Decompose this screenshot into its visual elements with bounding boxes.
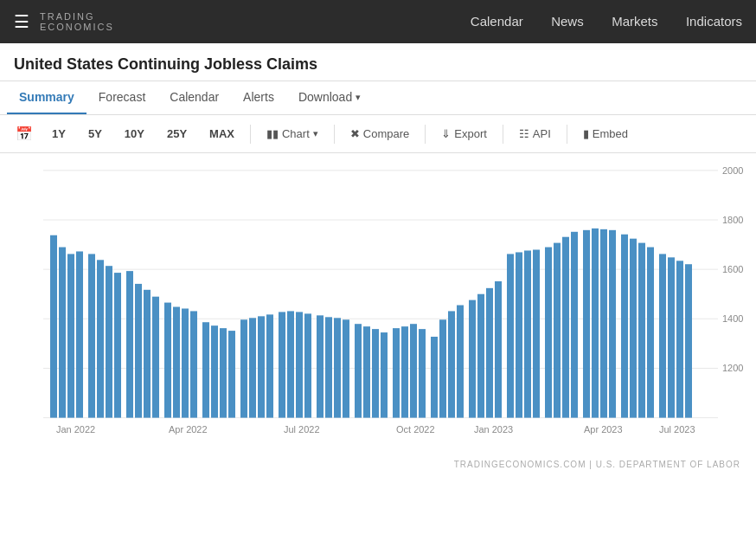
- period-1y[interactable]: 1Y: [43, 124, 74, 144]
- period-25y[interactable]: 25Y: [158, 124, 195, 144]
- bar: [76, 251, 83, 417]
- bar: [495, 281, 502, 418]
- bar: [545, 248, 552, 418]
- bar: [600, 229, 607, 418]
- bar: [114, 273, 121, 417]
- chart-controls: 📅 1Y 5Y 10Y 25Y MAX ▮▮ Chart ▾ ✖ Compare…: [0, 115, 756, 153]
- page-title-bar: United States Continuing Jobless Claims: [0, 43, 756, 81]
- embed-button[interactable]: ▮ Embed: [574, 124, 637, 144]
- bar: [343, 319, 349, 417]
- nav-markets[interactable]: Markets: [612, 14, 657, 29]
- bar: [507, 254, 514, 417]
- bar: [135, 284, 142, 418]
- x-label-apr2022: Apr 2022: [169, 424, 208, 435]
- bar: [609, 230, 616, 418]
- y-label-1600: 1600: [722, 264, 743, 274]
- bar: [334, 318, 341, 417]
- bar: [317, 315, 324, 417]
- bar: [562, 237, 569, 418]
- tab-summary[interactable]: Summary: [7, 81, 86, 114]
- bar: [372, 329, 379, 417]
- nav-indicators[interactable]: Indicators: [686, 14, 742, 29]
- bar: [659, 254, 666, 417]
- compare-icon: ✖: [350, 127, 360, 140]
- export-icon: ⇓: [441, 127, 451, 140]
- bar: [296, 312, 303, 417]
- bar: [325, 317, 332, 417]
- bar: [486, 288, 493, 418]
- separator4: [503, 125, 503, 144]
- bar-chart-icon: ▮▮: [266, 127, 279, 140]
- chart-label: Chart: [282, 127, 310, 140]
- header: ☰ TRADING ECONOMICS Calendar News Market…: [0, 0, 756, 43]
- bar: [190, 311, 197, 417]
- separator2: [334, 125, 335, 144]
- tab-alerts[interactable]: Alerts: [231, 81, 286, 114]
- chart-svg: .axis-label { font-size: 11px; fill: #88…: [9, 162, 747, 452]
- bar: [676, 261, 683, 417]
- chevron-down-icon: ▾: [356, 92, 361, 103]
- period-10y[interactable]: 10Y: [116, 124, 153, 144]
- bar: [630, 239, 637, 418]
- bar: [279, 312, 285, 417]
- bar: [144, 290, 151, 418]
- bar: [685, 264, 692, 417]
- y-label-2000: 2000: [722, 165, 743, 176]
- bar: [439, 319, 446, 417]
- bar: [516, 252, 522, 417]
- bar: [381, 332, 388, 418]
- bar: [668, 257, 675, 417]
- bar: [533, 249, 540, 417]
- tab-forecast[interactable]: Forecast: [86, 81, 157, 114]
- bar: [457, 306, 464, 418]
- api-button[interactable]: ☷ API: [510, 124, 560, 144]
- period-max[interactable]: MAX: [201, 124, 243, 144]
- chart-type-button[interactable]: ▮▮ Chart ▾: [258, 124, 327, 144]
- bar: [266, 314, 273, 417]
- bar: [524, 250, 531, 417]
- brand-logo[interactable]: TRADING ECONOMICS: [40, 11, 114, 32]
- hamburger-icon[interactable]: ☰: [14, 11, 29, 32]
- x-label-jul2022: Jul 2022: [284, 424, 320, 435]
- bar: [88, 254, 95, 417]
- tab-download[interactable]: Download ▾: [286, 81, 373, 114]
- bar: [401, 326, 408, 417]
- bar: [448, 311, 455, 417]
- x-label-oct2022: Oct 2022: [396, 424, 435, 435]
- compare-button[interactable]: ✖ Compare: [342, 124, 418, 144]
- brand-line2: ECONOMICS: [40, 22, 114, 32]
- x-label-apr2023: Apr 2023: [584, 424, 623, 435]
- bar: [621, 235, 628, 418]
- brand-line1: TRADING: [40, 11, 114, 22]
- embed-icon: ▮: [583, 127, 589, 140]
- nav-news[interactable]: News: [551, 14, 584, 29]
- export-button[interactable]: ⇓ Export: [432, 124, 496, 144]
- main-nav: Calendar News Markets Indicators: [446, 14, 742, 29]
- api-icon: ☷: [519, 127, 529, 140]
- period-5y[interactable]: 5Y: [80, 124, 111, 144]
- bar: [431, 337, 438, 418]
- y-label-1200: 1200: [722, 363, 743, 373]
- tabs-bar: Summary Forecast Calendar Alerts Downloa…: [0, 81, 756, 115]
- bar: [202, 322, 209, 417]
- bar: [419, 329, 426, 417]
- bar: [592, 229, 599, 418]
- bar: [571, 232, 578, 418]
- bar: [211, 325, 218, 417]
- compare-label: Compare: [363, 127, 409, 140]
- tab-download-label: Download: [298, 90, 352, 104]
- y-label-1400: 1400: [722, 313, 743, 324]
- tab-calendar[interactable]: Calendar: [157, 81, 231, 114]
- bar: [647, 248, 654, 418]
- bar: [249, 318, 256, 417]
- bar: [106, 266, 112, 417]
- chart-dropdown-icon: ▾: [313, 128, 318, 139]
- x-label-jan2022: Jan 2022: [56, 424, 95, 435]
- bar: [182, 308, 189, 417]
- nav-calendar[interactable]: Calendar: [471, 14, 523, 29]
- bar: [638, 243, 645, 418]
- page-title: United States Continuing Jobless Claims: [14, 55, 742, 74]
- calendar-ctrl-icon[interactable]: 📅: [10, 122, 38, 145]
- bar: [240, 319, 247, 417]
- bar: [469, 300, 476, 418]
